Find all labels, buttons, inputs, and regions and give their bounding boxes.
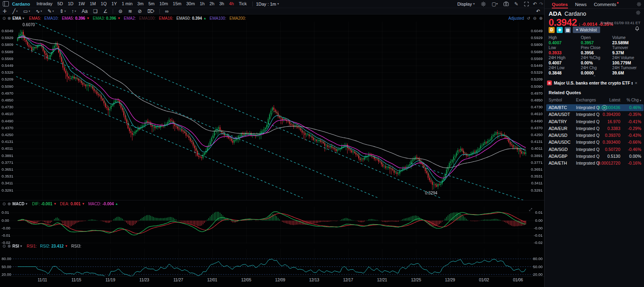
related-quote-row-ADA-EUR[interactable]: ADA/EURIntegrated Q0.3383-0.29% [546, 125, 644, 132]
related-quote-row-ADA-GBP[interactable]: ADA/GBPIntegrated Q0.51300.00% [546, 153, 644, 160]
macd-item[interactable]: DEA:0.001▼ [60, 202, 85, 206]
link-tool-icon[interactable]: ∞ [162, 8, 171, 14]
shape-tool-icon[interactable]: ▭▾ [21, 8, 33, 14]
tab-comments[interactable]: Comments [594, 0, 619, 8]
adjusted-toggle[interactable]: Adjusted [508, 16, 524, 21]
timeframe-5m[interactable]: 5m [146, 0, 157, 8]
ema-item[interactable]: EMA5: [29, 16, 41, 21]
rsi-item[interactable]: RSI1: [27, 244, 37, 248]
news-banner[interactable]: ≣ Major U.S. banks enter the crypto ETF … [547, 79, 642, 87]
tab-news[interactable]: News [575, 0, 587, 8]
angle-tool-icon[interactable]: ∠ [100, 8, 110, 14]
macd-item[interactable]: DIF:-0.001▼ [32, 202, 57, 206]
undo-drawing-icon[interactable]: ↶ [533, 8, 544, 14]
rsi-chart-canvas[interactable] [0, 249, 544, 276]
timeframe-1Q[interactable]: 1Q [98, 0, 109, 8]
macd-chart-canvas[interactable] [0, 206, 544, 244]
macd-dropdown[interactable]: MACD ▾ [12, 202, 27, 206]
rsi-item[interactable]: RSI3: [71, 244, 81, 248]
collapse-stats-chevron[interactable]: ⌃ [545, 75, 644, 79]
quote-settings-gear-icon[interactable] [636, 10, 640, 15]
indicator-settings-gear-icon[interactable]: ⊙ [2, 244, 6, 248]
redo-icon[interactable]: ↷ [539, 1, 543, 7]
timeframe-5D[interactable]: 5D [55, 0, 65, 8]
watchlist-button[interactable]: ♥ Watchlist [573, 27, 600, 33]
timeframe-10m[interactable]: 10m [157, 0, 170, 8]
timeframe-30m[interactable]: 30m [184, 0, 197, 8]
trendline-tool-icon[interactable]: ╱▾ [10, 8, 21, 14]
macd-expand-icon[interactable]: ⤢ [529, 207, 532, 212]
related-quote-row-ADA-USDT[interactable]: ADA/USDTIntegrated Q0.394200-0.35% [546, 111, 644, 118]
close-news-icon[interactable]: × [635, 81, 637, 85]
related-quote-row-ADA-USDC[interactable]: ADA/USDCIntegrated Q0.393400-0.66% [546, 139, 644, 146]
indicator-settings-gear-icon[interactable]: ⊙ [2, 16, 6, 21]
cursor-move-tool-icon[interactable]: ✛ [0, 8, 10, 14]
zoom-in-icon[interactable]: ⊕ [539, 16, 543, 21]
timeframe-3m[interactable]: 3m [135, 0, 146, 8]
sidebar-settings-gear-icon[interactable] [637, 2, 641, 6]
chart-settings-gear-icon[interactable] [481, 2, 486, 6]
tab-quotes[interactable]: Quotes [552, 0, 568, 8]
crypto-badge[interactable]: Ð [549, 27, 555, 33]
timeframe-Tick[interactable]: Tick [236, 0, 249, 8]
date-axis[interactable]: 11/1111/1511/1911/2311/2712/0112/0512/09… [0, 276, 544, 283]
doc-badge[interactable]: ▤ [565, 27, 571, 33]
timeframe-1M[interactable]: 1M [87, 0, 98, 8]
timeframe-1W[interactable]: 1W [76, 0, 88, 8]
brush-tool-icon[interactable]: ✎▾ [45, 8, 57, 14]
indicator-settings-gear-icon[interactable]: ⊙ [2, 202, 6, 206]
ema-item[interactable]: EMA100: [139, 16, 156, 21]
ema-item[interactable]: EMA2: [124, 16, 136, 21]
text-tool-icon[interactable]: Aa [79, 8, 91, 14]
zoom-out-icon[interactable]: ⊖ [533, 16, 536, 21]
chart-symbol-label[interactable]: Cardano [12, 2, 30, 6]
ema-item[interactable]: EMA3:0.396▼ [93, 16, 121, 21]
main-price-chart-canvas[interactable] [0, 22, 544, 200]
indicator-remove-icon[interactable]: ⊗ [7, 16, 10, 21]
layers-tool-icon[interactable]: ≋ [125, 8, 135, 14]
measure-tool-icon[interactable]: ⇕▾ [57, 8, 69, 14]
note-tool-icon[interactable]: ❏ [91, 8, 101, 14]
reset-zoom-icon[interactable]: ↺ [527, 16, 530, 21]
timeframe-2h[interactable]: 2h [207, 0, 217, 8]
timeframe-1Y[interactable]: 1Y [109, 0, 119, 8]
related-quote-row-ADA-SGD[interactable]: ADA/SGDIntegrated Q0.50720-0.46% [546, 146, 644, 153]
rsi-item[interactable]: RSI2:23.412▼ [40, 244, 68, 248]
ema-item[interactable]: EMA50:0.394▲ [176, 16, 206, 21]
timeframe-1h[interactable]: 1h [197, 0, 207, 8]
undo-icon[interactable]: ↶ [533, 1, 537, 7]
timeframe-Intraday[interactable]: Intraday [34, 0, 55, 8]
indicator-remove-icon[interactable]: ⊗ [7, 244, 10, 248]
ema-item[interactable]: EMA100: [210, 16, 226, 21]
layout-select-icon[interactable]: ▢▾ [491, 1, 497, 7]
related-quote-row-ADA-ETH[interactable]: ADA/ETHIntegrated Q0.00012720-0.16% [546, 160, 644, 167]
range-selector[interactable]: 1Day : 1m ▾ [256, 2, 279, 6]
tag-badge[interactable]: ❖ [557, 27, 563, 33]
ema-item[interactable]: EMA5:0.396▼ [62, 16, 90, 21]
macd-item[interactable]: MACD:-0.004▲ [88, 202, 118, 206]
timeframe-1min[interactable]: 1 min [119, 0, 135, 8]
ema-item[interactable]: EMA10: [44, 16, 59, 21]
hide-drawings-tool-icon[interactable]: ⊘ [135, 8, 144, 14]
magnet-tool-icon[interactable]: ⊜ [116, 8, 125, 14]
related-quote-row-ADA-BTC[interactable]: ADA/BTCIntegrated Q➤0.000004360.46% [546, 104, 644, 111]
ema-dropdown[interactable]: EMA ▾ [12, 16, 24, 21]
col-chg-sort[interactable]: % Chg ▾ [627, 98, 641, 102]
display-menu-button[interactable]: Display ▾ [457, 2, 475, 6]
timeframe-3h[interactable]: 3h [217, 0, 227, 8]
timeframe-15m[interactable]: 15m [170, 0, 184, 8]
alert-bell-icon[interactable] [635, 26, 640, 31]
related-quote-row-ADA-TRY[interactable]: ADA/TRYIntegrated Q16.970-0.41% [546, 118, 644, 125]
pattern-tool-icon[interactable]: ∿▾ [33, 8, 45, 14]
indicator-remove-icon[interactable]: ⊗ [7, 202, 10, 206]
related-quote-row-ADA-USD[interactable]: ADA/USDIntegrated Q0.39370-0.43% [546, 132, 644, 139]
screenshot-camera-icon[interactable] [504, 2, 509, 6]
rsi-dropdown[interactable]: RSI ▾ [12, 244, 22, 248]
draw-pencil-icon[interactable]: ✎ [514, 1, 518, 7]
ema-item[interactable]: EMA200: [229, 16, 246, 21]
layout-panel-icon[interactable] [3, 1, 9, 6]
fullscreen-expand-icon[interactable] [524, 2, 529, 6]
delete-drawings-tool-icon[interactable]: ⌦ [144, 8, 157, 14]
arrow-tool-icon[interactable]: ↑▾ [68, 8, 79, 14]
ema-item[interactable]: EMA16: [159, 16, 173, 21]
